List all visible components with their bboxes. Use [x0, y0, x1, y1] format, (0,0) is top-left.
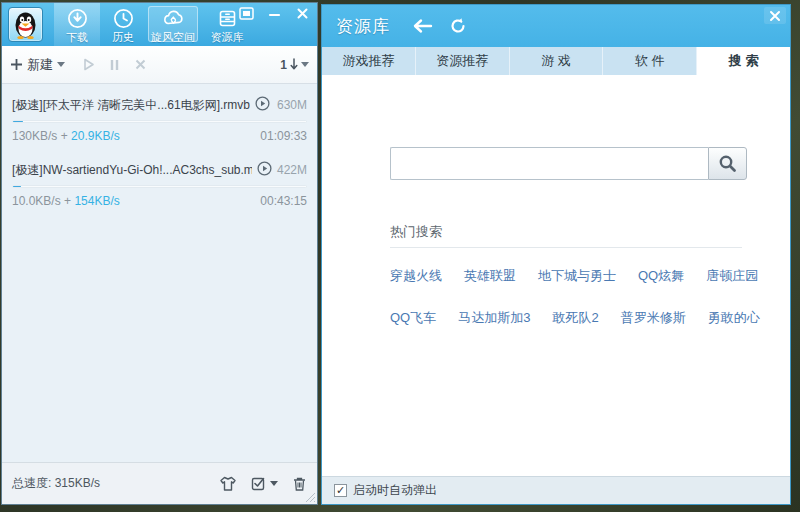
progress-bar	[12, 120, 307, 123]
hot-link[interactable]: 英雄联盟	[464, 267, 516, 285]
chevron-down-icon	[57, 62, 65, 67]
start-task-button[interactable]	[75, 53, 101, 77]
delete-task-button[interactable]	[127, 53, 153, 77]
batch-select-icon[interactable]	[251, 476, 278, 491]
plus-icon	[10, 58, 23, 71]
download-item[interactable]: [极速][环太平洋 清晰完美中...61电影网].rmvb 630M 130KB…	[12, 92, 307, 143]
downloader-titlebar: 下载 历史 旋风空间 资源库	[2, 3, 317, 46]
search-page: 热门搜索 穿越火线 英雄联盟 地下城与勇士 QQ炫舞 唐顿庄园 QQ飞车 马达加…	[322, 75, 790, 476]
popup-settings-bar: 启动时自动弹出	[322, 476, 790, 504]
file-size: 630M	[277, 98, 307, 112]
history-icon	[113, 7, 134, 29]
xuanfeng-space-icon	[162, 7, 185, 29]
search-input[interactable]	[390, 147, 708, 180]
qq-penguin-logo[interactable]	[8, 7, 43, 42]
refresh-icon[interactable]	[449, 17, 467, 35]
downloader-window: 下载 历史 旋风空间 资源库	[1, 2, 318, 505]
main-tabs: 下载 历史 旋风空间 资源库	[54, 3, 254, 46]
tab-download[interactable]: 下载	[54, 3, 100, 46]
tab-games[interactable]: 游 戏	[510, 47, 604, 75]
page-title: 资源库	[336, 15, 390, 38]
downloader-statusbar: 总速度: 315KB/s	[2, 462, 317, 504]
speed-text: 130KB/s + 20.9KB/s	[12, 129, 120, 143]
total-speed: 总速度: 315KB/s	[12, 475, 100, 492]
hot-link[interactable]: 勇敢的心	[708, 309, 760, 327]
progress-bar	[12, 185, 307, 188]
minimize-icon[interactable]	[265, 6, 283, 21]
resource-library-window: 资源库 游戏推荐 资源推荐 游 戏 软 件 搜 索	[321, 4, 791, 505]
tab-xuanfeng-space[interactable]: 旋风空间	[146, 3, 200, 46]
file-size: 422M	[277, 163, 307, 177]
progress-fill	[13, 186, 21, 187]
skin-tshirt-icon[interactable]	[219, 476, 237, 492]
new-task-button[interactable]: 新建	[10, 56, 65, 74]
search-icon	[718, 154, 737, 173]
tab-game-recommend[interactable]: 游戏推荐	[322, 47, 416, 75]
speed-text: 10.0KB/s + 154KB/s	[12, 194, 120, 208]
hot-link[interactable]: 地下城与勇士	[538, 267, 616, 285]
file-name: [极速][环太平洋 清晰完美中...61电影网].rmvb	[12, 97, 250, 114]
chevron-down-icon	[270, 481, 278, 486]
download-item[interactable]: [极速]NW-sartiendYu-Gi-Oh!...AC3chs_sub.mk…	[12, 157, 307, 208]
time-remaining: 01:09:33	[260, 129, 307, 143]
close-icon[interactable]	[764, 7, 786, 24]
file-name: [极速]NW-sartiendYu-Gi-Oh!...AC3chs_sub.mk…	[12, 162, 252, 179]
sort-arrow-icon	[290, 58, 298, 71]
tab-resource-library-label: 资源库	[211, 30, 244, 45]
tab-history-label: 历史	[112, 30, 134, 45]
tab-search[interactable]: 搜 索	[697, 47, 790, 75]
tab-xuanfeng-space-label: 旋风空间	[151, 30, 195, 45]
tab-history[interactable]: 历史	[100, 3, 146, 46]
download-toolbar: 新建 1	[2, 46, 317, 84]
p2p-speed: 20.9KB/s	[71, 129, 120, 143]
back-icon[interactable]	[412, 18, 433, 34]
new-task-label: 新建	[27, 56, 53, 74]
window-controls	[237, 6, 311, 21]
pause-task-button[interactable]	[101, 53, 127, 77]
hot-search-links: 穿越火线 英雄联盟 地下城与勇士 QQ炫舞 唐顿庄园 QQ飞车 马达加斯加3 敢…	[390, 267, 760, 351]
autostart-label: 启动时自动弹出	[353, 482, 437, 499]
tab-resource-recommend[interactable]: 资源推荐	[416, 47, 510, 75]
p2p-speed: 154KB/s	[74, 194, 119, 208]
hot-link[interactable]: 敢死队2	[552, 309, 598, 327]
close-icon[interactable]	[293, 6, 311, 21]
hot-link[interactable]: 穿越火线	[390, 267, 442, 285]
play-preview-icon[interactable]	[255, 96, 270, 114]
autostart-checkbox[interactable]	[334, 484, 347, 497]
skin-icon[interactable]	[237, 6, 255, 21]
chevron-down-icon	[301, 62, 309, 67]
search-button[interactable]	[708, 147, 747, 180]
resource-library-titlebar: 资源库	[322, 5, 790, 47]
download-icon	[67, 7, 88, 29]
hot-link[interactable]: QQ飞车	[390, 309, 436, 327]
qq-penguin-icon	[9, 8, 42, 41]
hot-link[interactable]: 普罗米修斯	[621, 309, 686, 327]
hot-link[interactable]: 马达加斯加3	[458, 309, 530, 327]
divider	[390, 247, 742, 248]
hot-link[interactable]: 唐顿庄园	[706, 267, 758, 285]
sort-number: 1	[280, 58, 287, 72]
tab-download-label: 下载	[66, 30, 88, 45]
time-remaining: 00:43:15	[260, 194, 307, 208]
tab-software[interactable]: 软 件	[603, 47, 697, 75]
resize-grip[interactable]	[305, 492, 315, 502]
resource-tabs: 游戏推荐 资源推荐 游 戏 软 件 搜 索	[322, 47, 790, 75]
download-list: [极速][环太平洋 清晰完美中...61电影网].rmvb 630M 130KB…	[2, 84, 317, 462]
progress-fill	[13, 121, 23, 122]
hot-link[interactable]: QQ炫舞	[638, 267, 684, 285]
hot-search-title: 热门搜索	[390, 223, 442, 241]
sort-button[interactable]: 1	[280, 58, 309, 72]
play-preview-icon[interactable]	[257, 161, 272, 179]
resource-library-icon	[217, 7, 238, 29]
trash-icon[interactable]	[292, 476, 307, 492]
